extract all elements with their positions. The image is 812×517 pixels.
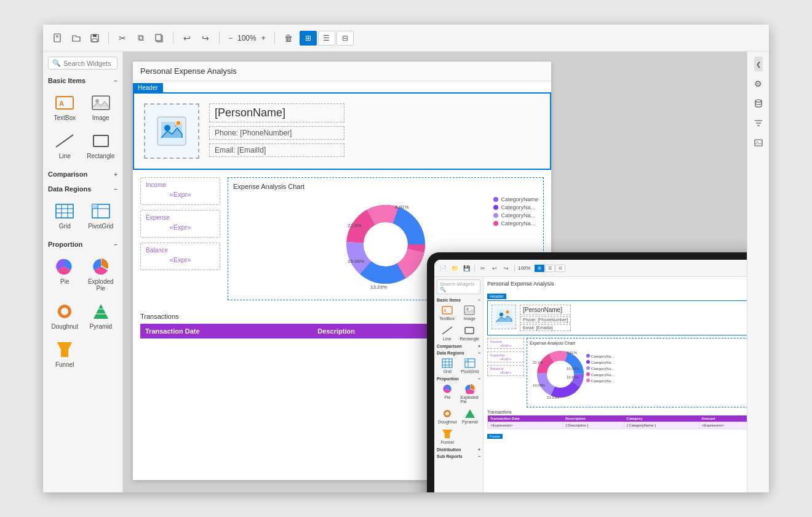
app-container: ✂ ⧉ ↩ ↪ − 100% + 🗑 ⊞ ☰ ⊟ 🔍 bbox=[43, 25, 769, 492]
device-basic-toggle[interactable]: − bbox=[478, 298, 480, 302]
grid-label: Grid bbox=[59, 223, 71, 230]
device-grid[interactable]: Grid bbox=[437, 356, 458, 375]
device-pivotgrid[interactable]: PivotGrid bbox=[460, 356, 481, 375]
svg-text:13.23%: 13.23% bbox=[370, 284, 387, 290]
search-input[interactable] bbox=[63, 60, 113, 67]
device-image[interactable]: Image bbox=[458, 303, 480, 323]
undo-icon[interactable]: ↩ bbox=[180, 31, 194, 46]
device-redo-icon[interactable]: ↪ bbox=[501, 263, 511, 273]
data-regions-label: Data Regions bbox=[48, 185, 91, 193]
panel-view-btn[interactable]: ⊟ bbox=[336, 31, 354, 46]
doughnut-widget[interactable]: Doughnut bbox=[48, 298, 82, 334]
grid-widget[interactable]: Grid bbox=[48, 198, 82, 233]
device-image-placeholder[interactable] bbox=[492, 305, 516, 329]
svg-point-23 bbox=[61, 308, 68, 315]
basic-items-label: Basic Items bbox=[48, 77, 86, 84]
device-new-icon[interactable]: 📄 bbox=[438, 263, 448, 273]
balance-label: Balance bbox=[146, 247, 215, 254]
device-open-icon[interactable]: 📁 bbox=[450, 263, 460, 273]
funnel-widget[interactable]: Funnel bbox=[48, 336, 82, 372]
line-widget[interactable]: Line bbox=[48, 127, 82, 163]
device-distribution-label: Distribution + bbox=[437, 446, 480, 453]
legend-dot-3 bbox=[493, 213, 498, 218]
device-pyramid[interactable]: Pyramid bbox=[460, 407, 481, 426]
delete-icon[interactable]: 🗑 bbox=[281, 31, 296, 46]
pyramid-widget[interactable]: Pyramid bbox=[84, 298, 118, 334]
pivotgrid-widget[interactable]: PivotGrid bbox=[84, 198, 118, 233]
sidebar-data-icon[interactable] bbox=[751, 96, 766, 111]
right-sidebar: ❮ ⚙ bbox=[747, 52, 769, 492]
device-exploded-pie[interactable]: Exploded Pie bbox=[460, 382, 481, 406]
device-rectangle[interactable]: Rectangle bbox=[458, 324, 480, 343]
device-line[interactable]: Line bbox=[437, 324, 457, 343]
device-funnel[interactable]: Funnel bbox=[437, 427, 458, 446]
search-widgets[interactable]: 🔍 bbox=[48, 57, 117, 70]
basic-items-header[interactable]: Basic Items − bbox=[48, 74, 117, 87]
sidebar-image-icon[interactable] bbox=[751, 135, 766, 150]
data-regions-toggle[interactable]: − bbox=[114, 186, 117, 193]
grid-view-btn[interactable]: ⊞ bbox=[300, 31, 317, 46]
cut-icon[interactable]: ✂ bbox=[115, 31, 130, 46]
device-balance-field: Balance «Expr» bbox=[487, 365, 524, 376]
exploded-pie-widget[interactable]: Exploded Pie bbox=[84, 253, 118, 295]
svg-rect-50 bbox=[442, 359, 452, 367]
device-comparison-toggle[interactable]: + bbox=[478, 344, 480, 348]
device-grid-btn[interactable]: ⊞ bbox=[535, 265, 544, 272]
device-widget-grid: A TextBox Image Line bbox=[437, 303, 480, 343]
zoom-minus-btn[interactable]: − bbox=[226, 34, 235, 42]
proportion-toggle[interactable]: − bbox=[114, 241, 117, 248]
device-subreports-toggle[interactable]: − bbox=[478, 454, 480, 459]
svg-point-30 bbox=[164, 125, 170, 131]
device-distribution-toggle[interactable]: + bbox=[478, 447, 480, 452]
proportion-grid: Pie Exploded Pie bbox=[48, 250, 117, 374]
device-data-regions-toggle[interactable]: − bbox=[478, 351, 480, 355]
redo-icon[interactable]: ↪ bbox=[198, 31, 213, 46]
svg-point-65 bbox=[506, 311, 509, 314]
comparison-header[interactable]: Comparison + bbox=[48, 168, 117, 180]
comparison-toggle[interactable]: + bbox=[114, 171, 117, 178]
svg-rect-4 bbox=[93, 34, 97, 37]
sidebar-settings-icon[interactable]: ⚙ bbox=[751, 76, 766, 91]
rectangle-widget[interactable]: Rectangle bbox=[84, 127, 118, 163]
balance-field: Balance «Expr» bbox=[140, 242, 220, 270]
search-icon: 🔍 bbox=[52, 59, 61, 67]
device-list-btn[interactable]: ☰ bbox=[545, 265, 555, 272]
device-person-info: [PersonName] Phone: [PhoneNumber] Email:… bbox=[520, 305, 571, 331]
device-pie[interactable]: Pie bbox=[437, 382, 458, 406]
pie-widget[interactable]: Pie bbox=[48, 253, 82, 295]
data-regions-header[interactable]: Data Regions − bbox=[48, 183, 117, 195]
image-widget[interactable]: Image bbox=[84, 89, 118, 125]
chart-title: Expense Analysis Chart bbox=[233, 183, 538, 190]
device-save-icon[interactable]: 💾 bbox=[461, 263, 471, 273]
funnel-icon bbox=[55, 340, 74, 359]
canvas-area: Personal Expense Analysis Header bbox=[123, 52, 747, 492]
device-cut-icon[interactable]: ✂ bbox=[478, 263, 488, 273]
device-panel-btn[interactable]: ⊟ bbox=[555, 265, 565, 272]
textbox-icon: A bbox=[55, 93, 74, 113]
new-icon[interactable] bbox=[50, 31, 65, 46]
list-view-btn[interactable]: ☰ bbox=[318, 31, 335, 46]
sidebar-filter-icon[interactable] bbox=[751, 116, 766, 130]
textbox-widget[interactable]: A TextBox bbox=[48, 89, 82, 125]
person-email: Email: [EmailId] bbox=[209, 143, 344, 157]
device-doughnut[interactable]: Doughnut bbox=[437, 407, 458, 426]
device-undo-icon[interactable]: ↩ bbox=[490, 263, 500, 273]
paste-icon[interactable] bbox=[152, 31, 167, 46]
basic-items-toggle[interactable]: − bbox=[114, 78, 117, 84]
copy-icon[interactable]: ⧉ bbox=[133, 31, 148, 46]
device-sep bbox=[474, 264, 475, 273]
device-search[interactable]: Search Widgets 🔍 bbox=[437, 279, 480, 294]
svg-point-85 bbox=[586, 372, 590, 376]
device-proportion-toggle[interactable]: − bbox=[478, 377, 480, 381]
pyramid-icon bbox=[91, 302, 111, 321]
device-person-phone: Phone: [PhoneNumber] bbox=[520, 316, 571, 323]
legend-dot-2 bbox=[493, 205, 498, 210]
device-textbox[interactable]: A TextBox bbox=[437, 303, 457, 323]
sidebar-collapse-btn[interactable]: ❮ bbox=[754, 57, 763, 71]
report-image[interactable] bbox=[144, 103, 199, 159]
save-icon[interactable] bbox=[87, 31, 102, 46]
zoom-plus-btn[interactable]: + bbox=[259, 34, 268, 42]
proportion-header[interactable]: Proportion − bbox=[48, 238, 117, 250]
open-icon[interactable] bbox=[69, 31, 84, 46]
svg-rect-56 bbox=[465, 359, 468, 362]
